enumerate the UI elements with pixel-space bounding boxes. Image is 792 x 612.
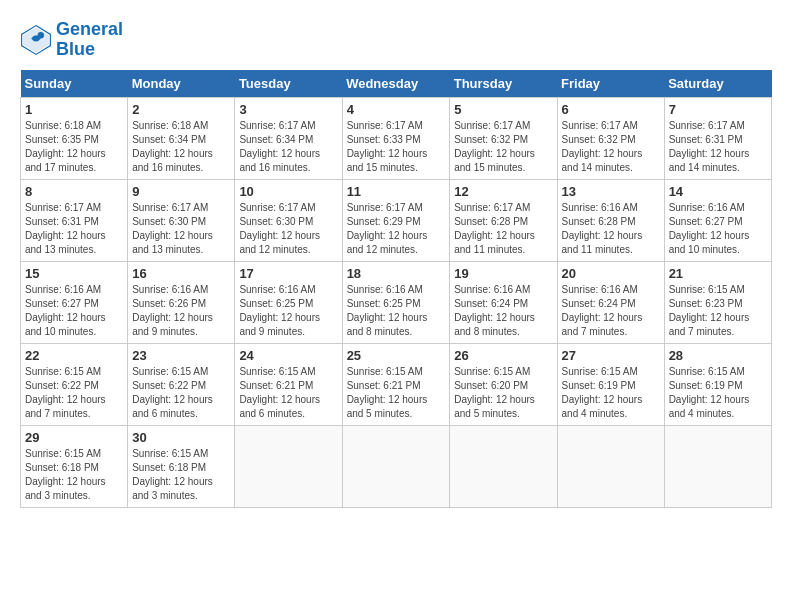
calendar-cell: 26 Sunrise: 6:15 AMSunset: 6:20 PMDaylig… (450, 343, 557, 425)
calendar-cell: 14 Sunrise: 6:16 AMSunset: 6:27 PMDaylig… (664, 179, 771, 261)
day-number: 23 (132, 348, 230, 363)
calendar-cell (450, 425, 557, 507)
logo-text: General Blue (56, 20, 123, 60)
calendar-cell: 17 Sunrise: 6:16 AMSunset: 6:25 PMDaylig… (235, 261, 342, 343)
weekday-header-thursday: Thursday (450, 70, 557, 98)
calendar-cell (342, 425, 450, 507)
day-info: Sunrise: 6:17 AMSunset: 6:29 PMDaylight:… (347, 201, 446, 257)
calendar-cell: 10 Sunrise: 6:17 AMSunset: 6:30 PMDaylig… (235, 179, 342, 261)
day-number: 2 (132, 102, 230, 117)
calendar-cell (557, 425, 664, 507)
calendar-cell: 15 Sunrise: 6:16 AMSunset: 6:27 PMDaylig… (21, 261, 128, 343)
calendar-cell: 18 Sunrise: 6:16 AMSunset: 6:25 PMDaylig… (342, 261, 450, 343)
logo: General Blue (20, 20, 123, 60)
day-number: 16 (132, 266, 230, 281)
day-number: 4 (347, 102, 446, 117)
day-number: 25 (347, 348, 446, 363)
day-number: 12 (454, 184, 552, 199)
calendar-cell: 16 Sunrise: 6:16 AMSunset: 6:26 PMDaylig… (128, 261, 235, 343)
svg-point-2 (38, 32, 44, 38)
day-info: Sunrise: 6:17 AMSunset: 6:28 PMDaylight:… (454, 201, 552, 257)
calendar-week-2: 8 Sunrise: 6:17 AMSunset: 6:31 PMDayligh… (21, 179, 772, 261)
day-info: Sunrise: 6:16 AMSunset: 6:27 PMDaylight:… (669, 201, 767, 257)
calendar-cell: 30 Sunrise: 6:15 AMSunset: 6:18 PMDaylig… (128, 425, 235, 507)
calendar-cell: 12 Sunrise: 6:17 AMSunset: 6:28 PMDaylig… (450, 179, 557, 261)
calendar-cell: 19 Sunrise: 6:16 AMSunset: 6:24 PMDaylig… (450, 261, 557, 343)
day-info: Sunrise: 6:16 AMSunset: 6:24 PMDaylight:… (562, 283, 660, 339)
day-number: 28 (669, 348, 767, 363)
calendar-cell: 9 Sunrise: 6:17 AMSunset: 6:30 PMDayligh… (128, 179, 235, 261)
day-info: Sunrise: 6:15 AMSunset: 6:18 PMDaylight:… (25, 447, 123, 503)
calendar-cell (235, 425, 342, 507)
day-number: 1 (25, 102, 123, 117)
day-info: Sunrise: 6:16 AMSunset: 6:25 PMDaylight:… (239, 283, 337, 339)
day-number: 10 (239, 184, 337, 199)
day-info: Sunrise: 6:15 AMSunset: 6:23 PMDaylight:… (669, 283, 767, 339)
calendar-cell (664, 425, 771, 507)
calendar-cell: 7 Sunrise: 6:17 AMSunset: 6:31 PMDayligh… (664, 97, 771, 179)
day-number: 13 (562, 184, 660, 199)
day-info: Sunrise: 6:16 AMSunset: 6:26 PMDaylight:… (132, 283, 230, 339)
day-number: 20 (562, 266, 660, 281)
calendar-cell: 5 Sunrise: 6:17 AMSunset: 6:32 PMDayligh… (450, 97, 557, 179)
logo-icon (20, 24, 52, 56)
day-number: 8 (25, 184, 123, 199)
calendar-cell: 13 Sunrise: 6:16 AMSunset: 6:28 PMDaylig… (557, 179, 664, 261)
calendar-cell: 29 Sunrise: 6:15 AMSunset: 6:18 PMDaylig… (21, 425, 128, 507)
day-number: 24 (239, 348, 337, 363)
day-info: Sunrise: 6:17 AMSunset: 6:34 PMDaylight:… (239, 119, 337, 175)
day-number: 14 (669, 184, 767, 199)
day-info: Sunrise: 6:16 AMSunset: 6:27 PMDaylight:… (25, 283, 123, 339)
day-info: Sunrise: 6:15 AMSunset: 6:22 PMDaylight:… (25, 365, 123, 421)
day-info: Sunrise: 6:15 AMSunset: 6:21 PMDaylight:… (347, 365, 446, 421)
weekday-header-sunday: Sunday (21, 70, 128, 98)
day-info: Sunrise: 6:15 AMSunset: 6:20 PMDaylight:… (454, 365, 552, 421)
calendar-cell: 25 Sunrise: 6:15 AMSunset: 6:21 PMDaylig… (342, 343, 450, 425)
calendar-cell: 1 Sunrise: 6:18 AMSunset: 6:35 PMDayligh… (21, 97, 128, 179)
calendar-cell: 21 Sunrise: 6:15 AMSunset: 6:23 PMDaylig… (664, 261, 771, 343)
weekday-header-monday: Monday (128, 70, 235, 98)
day-info: Sunrise: 6:15 AMSunset: 6:19 PMDaylight:… (562, 365, 660, 421)
day-number: 27 (562, 348, 660, 363)
calendar-cell: 3 Sunrise: 6:17 AMSunset: 6:34 PMDayligh… (235, 97, 342, 179)
day-info: Sunrise: 6:16 AMSunset: 6:24 PMDaylight:… (454, 283, 552, 339)
day-info: Sunrise: 6:16 AMSunset: 6:28 PMDaylight:… (562, 201, 660, 257)
day-number: 17 (239, 266, 337, 281)
calendar-week-1: 1 Sunrise: 6:18 AMSunset: 6:35 PMDayligh… (21, 97, 772, 179)
day-info: Sunrise: 6:15 AMSunset: 6:19 PMDaylight:… (669, 365, 767, 421)
weekday-header-tuesday: Tuesday (235, 70, 342, 98)
day-info: Sunrise: 6:16 AMSunset: 6:25 PMDaylight:… (347, 283, 446, 339)
weekday-header-friday: Friday (557, 70, 664, 98)
day-info: Sunrise: 6:17 AMSunset: 6:32 PMDaylight:… (562, 119, 660, 175)
day-info: Sunrise: 6:17 AMSunset: 6:30 PMDaylight:… (239, 201, 337, 257)
calendar-cell: 28 Sunrise: 6:15 AMSunset: 6:19 PMDaylig… (664, 343, 771, 425)
calendar-table: SundayMondayTuesdayWednesdayThursdayFrid… (20, 70, 772, 508)
day-info: Sunrise: 6:17 AMSunset: 6:31 PMDaylight:… (669, 119, 767, 175)
day-number: 7 (669, 102, 767, 117)
day-number: 3 (239, 102, 337, 117)
calendar-cell: 24 Sunrise: 6:15 AMSunset: 6:21 PMDaylig… (235, 343, 342, 425)
calendar-cell: 23 Sunrise: 6:15 AMSunset: 6:22 PMDaylig… (128, 343, 235, 425)
weekday-header-saturday: Saturday (664, 70, 771, 98)
calendar-cell: 22 Sunrise: 6:15 AMSunset: 6:22 PMDaylig… (21, 343, 128, 425)
calendar-cell: 20 Sunrise: 6:16 AMSunset: 6:24 PMDaylig… (557, 261, 664, 343)
calendar-cell: 11 Sunrise: 6:17 AMSunset: 6:29 PMDaylig… (342, 179, 450, 261)
day-info: Sunrise: 6:17 AMSunset: 6:31 PMDaylight:… (25, 201, 123, 257)
weekday-header-wednesday: Wednesday (342, 70, 450, 98)
day-info: Sunrise: 6:15 AMSunset: 6:22 PMDaylight:… (132, 365, 230, 421)
day-number: 29 (25, 430, 123, 445)
calendar-cell: 2 Sunrise: 6:18 AMSunset: 6:34 PMDayligh… (128, 97, 235, 179)
calendar-cell: 4 Sunrise: 6:17 AMSunset: 6:33 PMDayligh… (342, 97, 450, 179)
calendar-cell: 27 Sunrise: 6:15 AMSunset: 6:19 PMDaylig… (557, 343, 664, 425)
calendar-cell: 8 Sunrise: 6:17 AMSunset: 6:31 PMDayligh… (21, 179, 128, 261)
day-info: Sunrise: 6:17 AMSunset: 6:30 PMDaylight:… (132, 201, 230, 257)
day-number: 22 (25, 348, 123, 363)
page-header: General Blue (20, 20, 772, 60)
calendar-week-3: 15 Sunrise: 6:16 AMSunset: 6:27 PMDaylig… (21, 261, 772, 343)
day-info: Sunrise: 6:18 AMSunset: 6:35 PMDaylight:… (25, 119, 123, 175)
day-number: 5 (454, 102, 552, 117)
day-info: Sunrise: 6:18 AMSunset: 6:34 PMDaylight:… (132, 119, 230, 175)
day-info: Sunrise: 6:17 AMSunset: 6:33 PMDaylight:… (347, 119, 446, 175)
day-info: Sunrise: 6:17 AMSunset: 6:32 PMDaylight:… (454, 119, 552, 175)
day-number: 19 (454, 266, 552, 281)
